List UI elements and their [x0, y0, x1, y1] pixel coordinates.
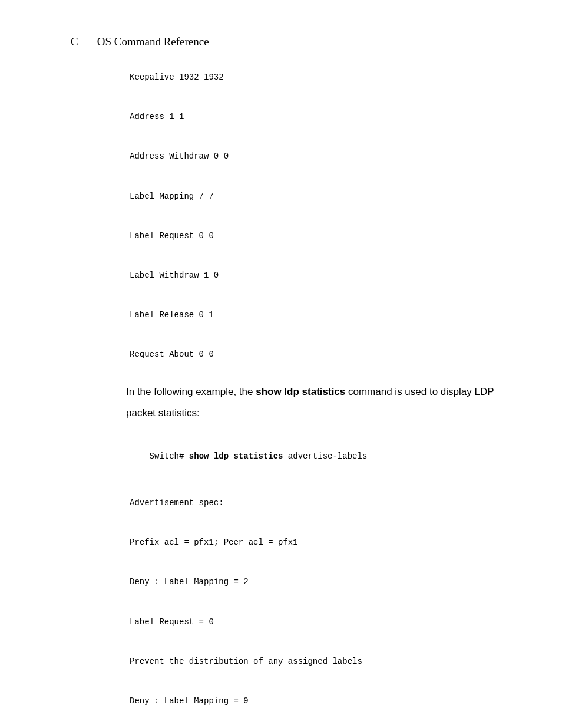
- example-intro-paragraph: In the following example, the show ldp s…: [126, 381, 494, 423]
- chapter-letter: C: [71, 35, 78, 48]
- code-output-block-2: Advertisement spec: Prefix acl = pfx1; P…: [130, 493, 494, 728]
- document-page: C OS Command Reference Keepalive 1932 19…: [0, 0, 562, 728]
- command-line-example: Switch# show ldp statistics advertise-la…: [130, 427, 494, 486]
- page-header: C OS Command Reference: [71, 35, 494, 51]
- chapter-title: OS Command Reference: [97, 35, 209, 48]
- prompt-text: Switch#: [150, 452, 189, 461]
- command-text: show ldp statistics: [189, 452, 288, 461]
- command-argument: advertise-labels: [288, 452, 367, 461]
- inline-command-name: show ldp statistics: [256, 386, 345, 397]
- text-run: In the following example, the: [126, 386, 256, 397]
- code-output-block-1: Keepalive 1932 1932 Address 1 1 Address …: [130, 68, 494, 365]
